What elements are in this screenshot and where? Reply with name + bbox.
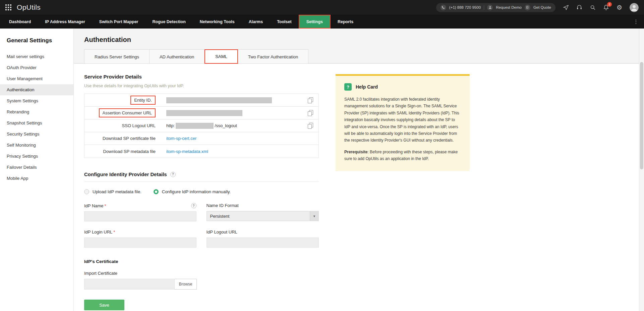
download-sp-metadata-label: Download SP metadata file bbox=[84, 149, 156, 154]
get-quote-link[interactable]: Get Quote bbox=[533, 5, 551, 9]
nav-item-networking-tools[interactable]: Networking Tools bbox=[193, 15, 242, 29]
prerequisite-label: Prerequisite bbox=[344, 150, 367, 154]
idp-name-label: IdP Name bbox=[84, 203, 104, 208]
idp-login-url-input[interactable] bbox=[84, 238, 196, 248]
nav-item-dashboard[interactable]: Dashboard bbox=[2, 15, 38, 29]
nav-item-ip-address-manager[interactable]: IP Address Manager bbox=[38, 15, 92, 29]
sidebar-heading: General Settings bbox=[0, 29, 73, 51]
contact-pill: (+1) 888 720 9500 Request Demo Get Quote bbox=[436, 3, 555, 12]
notification-count-badge: 2 bbox=[607, 2, 612, 7]
more-menu-icon[interactable]: ⋮ bbox=[628, 15, 644, 29]
nav-item-toolset[interactable]: Toolset bbox=[270, 15, 299, 29]
sidebar-item-failover-details[interactable]: Failover Details bbox=[0, 162, 73, 173]
idp-login-url-label: IdP Login URL bbox=[84, 229, 112, 235]
table-row-sp-certificate: Download SP certificate file itom-sp-cer… bbox=[84, 132, 318, 145]
name-id-format-value: Persistent bbox=[207, 214, 310, 219]
get-quote-icon bbox=[525, 5, 530, 10]
nav-item-alarms[interactable]: Alarms bbox=[242, 15, 270, 29]
gear-icon[interactable]: ⚙ bbox=[617, 4, 622, 11]
help-card-title: Help Card bbox=[356, 84, 378, 90]
apps-grid-icon[interactable] bbox=[5, 4, 11, 10]
app-title: OpUtils bbox=[17, 3, 41, 11]
assertion-consumer-url-redacted-value bbox=[166, 110, 242, 116]
browse-button[interactable]: Browse bbox=[175, 279, 197, 290]
sidebar-item-self-monitoring[interactable]: Self Monitoring bbox=[0, 140, 73, 151]
tab-saml[interactable]: SAML bbox=[204, 49, 238, 64]
sidebar-item-mail-server-settings[interactable]: Mail server settings bbox=[0, 51, 73, 62]
import-certificate-input[interactable] bbox=[84, 279, 175, 290]
upload-idp-metadata-radio[interactable] bbox=[84, 189, 89, 194]
copy-icon[interactable] bbox=[308, 97, 313, 103]
help-card-icon: ? bbox=[344, 83, 352, 91]
import-certificate-label: Import Certificate bbox=[84, 271, 319, 276]
configure-idp-manually-radio-label[interactable]: Configure IdP information manually. bbox=[162, 189, 231, 194]
entity-id-label: Entity ID. bbox=[130, 96, 156, 105]
search-icon[interactable] bbox=[590, 4, 596, 10]
tab-ad-authentication[interactable]: AD Authentication bbox=[150, 49, 204, 64]
entity-id-redacted-value bbox=[166, 97, 272, 103]
idp-config-section: Configure Identity Provider Details ? Up… bbox=[84, 171, 319, 310]
content-header: Authentication Radius Server Settings AD… bbox=[74, 29, 639, 64]
help-icon[interactable]: ? bbox=[170, 172, 176, 177]
copy-icon[interactable] bbox=[308, 123, 313, 129]
notifications-bell-icon[interactable]: 2 bbox=[603, 4, 609, 10]
send-feedback-icon[interactable] bbox=[563, 4, 569, 10]
sidebar-item-authentication[interactable]: Authentication bbox=[0, 84, 73, 95]
request-demo-icon bbox=[487, 5, 493, 10]
idp-logout-url-input[interactable] bbox=[207, 238, 319, 248]
nav-item-rogue-detection[interactable]: Rogue Detection bbox=[145, 15, 192, 29]
idp-logout-url-label: IdP Logout URL bbox=[207, 229, 237, 235]
name-id-format-select[interactable]: Persistent ▾ bbox=[207, 211, 319, 221]
help-card: ? Help Card SAML 2.0 facilitates integra… bbox=[336, 74, 470, 171]
top-header-bar: OpUtils (+1) 888 720 9500 Request Demo G… bbox=[0, 0, 644, 15]
tab-two-factor-authentication[interactable]: Two Factor Authentication bbox=[238, 49, 309, 64]
nav-spacer bbox=[360, 15, 628, 29]
sidebar-item-system-settings[interactable]: System Settings bbox=[0, 95, 73, 106]
scrollbar-thumb[interactable] bbox=[640, 62, 643, 169]
table-row-assertion-consumer-url: Assertion Consumer URL bbox=[84, 107, 318, 119]
sidebar-item-privacy-settings[interactable]: Privacy Settings bbox=[0, 151, 73, 162]
sidebar-item-security-settings[interactable]: Security Settings bbox=[0, 128, 73, 140]
request-demo-link[interactable]: Request Demo bbox=[496, 5, 522, 9]
tab-radius-server-settings[interactable]: Radius Server Settings bbox=[84, 49, 150, 64]
sidebar-item-mobile-app[interactable]: Mobile App bbox=[0, 173, 73, 184]
page-scrollbar[interactable] bbox=[639, 29, 644, 311]
required-asterisk: * bbox=[105, 203, 106, 208]
required-asterisk: * bbox=[113, 229, 115, 235]
pill-divider bbox=[484, 5, 484, 10]
sp-certificate-download-link[interactable]: itom-sp-cert.cer bbox=[166, 136, 196, 141]
settings-sidebar: General Settings Mail server settings OA… bbox=[0, 29, 74, 311]
sso-logout-url-suffix: /sso_logout bbox=[215, 123, 237, 128]
help-card-prerequisite: Prerequisite: Before proceeding with the… bbox=[344, 149, 461, 162]
user-avatar[interactable] bbox=[630, 3, 639, 12]
idp-certificate-heading: IdP's Certificate bbox=[84, 259, 319, 264]
idp-config-heading: Configure Identity Provider Details bbox=[84, 171, 167, 177]
sp-details-table: Entity ID. Assertion Consumer URL bbox=[84, 94, 319, 158]
upload-idp-metadata-radio-label[interactable]: Upload IdP metadata file. bbox=[93, 189, 141, 194]
help-card-body: SAML 2.0 facilitates integration with fe… bbox=[344, 96, 461, 144]
copy-icon[interactable] bbox=[308, 110, 313, 116]
nav-item-reports[interactable]: Reports bbox=[331, 15, 360, 29]
sso-logout-url-prefix: http: bbox=[166, 123, 175, 128]
configure-idp-manually-radio[interactable] bbox=[154, 189, 159, 194]
idp-name-help-icon[interactable]: ? bbox=[191, 203, 196, 208]
phone-number: (+1) 888 720 9500 bbox=[449, 5, 481, 9]
support-headset-icon[interactable] bbox=[576, 4, 582, 10]
idp-config-mode-radios: Upload IdP metadata file. Configure IdP … bbox=[84, 189, 319, 194]
sidebar-item-oauth-provider[interactable]: OAuth Provider bbox=[0, 62, 73, 73]
sidebar-item-snapshot-settings[interactable]: Snapshot Settings bbox=[0, 117, 73, 128]
sidebar-item-user-management[interactable]: User Management bbox=[0, 73, 73, 84]
sp-metadata-download-link[interactable]: itom-sp-metadata.xml bbox=[166, 149, 208, 154]
nav-item-settings[interactable]: Settings bbox=[299, 15, 331, 29]
sso-logout-url-label: SSO Logout URL bbox=[84, 123, 156, 128]
download-sp-certificate-label: Download SP certificate file bbox=[84, 136, 156, 141]
phone-icon bbox=[441, 5, 446, 10]
main-content: Authentication Radius Server Settings AD… bbox=[74, 29, 639, 311]
save-button[interactable]: Save bbox=[84, 300, 124, 310]
table-row-sp-metadata: Download SP metadata file itom-sp-metada… bbox=[84, 145, 318, 158]
idp-name-input[interactable] bbox=[84, 211, 196, 221]
nav-item-switch-port-mapper[interactable]: Switch Port Mapper bbox=[92, 15, 145, 29]
table-row-sso-logout-url: SSO Logout URL http: /sso_logout bbox=[84, 119, 318, 132]
saml-panel: Service Provider Details Use these detai… bbox=[74, 64, 639, 311]
sidebar-item-rebranding[interactable]: Rebranding bbox=[0, 106, 73, 117]
